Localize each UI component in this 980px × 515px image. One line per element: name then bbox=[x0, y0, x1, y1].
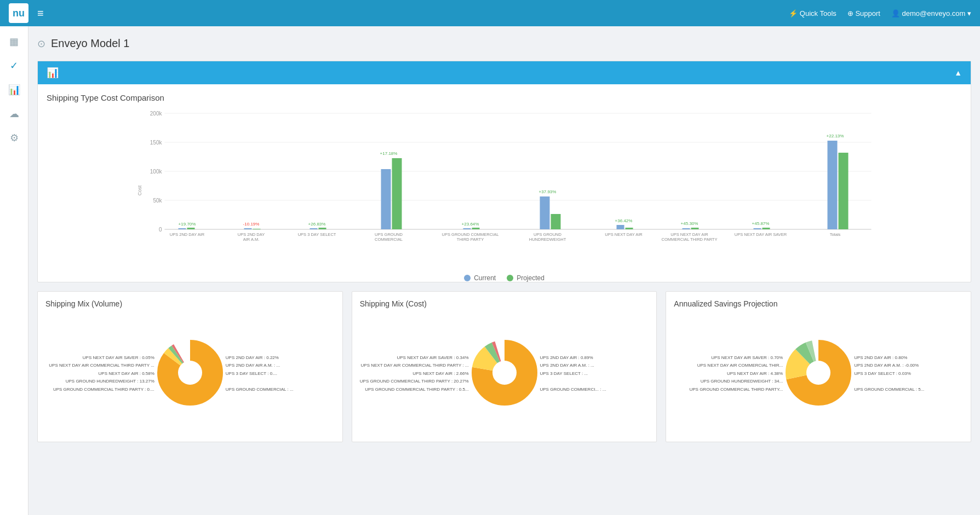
pie-label: UPS 2ND DAY AIR : 0.80% bbox=[854, 354, 963, 362]
svg-text:Totals: Totals bbox=[830, 232, 841, 237]
pie-label: UPS NEXT DAY AIR COMMERCIAL THIRD PARTY … bbox=[360, 362, 469, 369]
pie-label: UPS 2ND DAY AIR : 0.22% bbox=[226, 354, 335, 362]
annualized-savings-panel: Annualized Savings Projection UPS NEXT D… bbox=[666, 291, 971, 442]
top-nav: nu ≡ ⚡ Quick Tools ⊕ Support 👤 demo@enve… bbox=[0, 0, 980, 26]
svg-rect-13 bbox=[187, 228, 195, 229]
svg-text:UPS 2ND DAY: UPS 2ND DAY bbox=[238, 232, 265, 237]
svg-rect-36 bbox=[551, 214, 561, 229]
pie-label: UPS GROUND COMMERCI... : ... bbox=[540, 386, 649, 394]
svg-rect-30 bbox=[463, 228, 471, 229]
page-header: ⊙ Enveyo Model 1 bbox=[37, 33, 971, 54]
pie-label: UPS NEXT DAY AIR : 2.66% bbox=[360, 370, 469, 378]
legend-current-dot bbox=[464, 275, 471, 281]
page-header-icon: ⊙ bbox=[37, 38, 45, 50]
pie-savings-labels-right: UPS 2ND DAY AIR : 0.80% UPS 2ND DAY AIR … bbox=[854, 354, 963, 394]
svg-text:UPS GROUND: UPS GROUND bbox=[534, 232, 561, 237]
svg-rect-35 bbox=[540, 196, 550, 229]
svg-rect-53 bbox=[828, 141, 838, 229]
svg-text:UPS NEXT DAY AIR: UPS NEXT DAY AIR bbox=[605, 232, 643, 237]
quick-tools-link[interactable]: ⚡ Quick Tools bbox=[789, 9, 836, 18]
shipping-mix-cost-title: Shipping Mix (Cost) bbox=[360, 299, 649, 308]
support-link[interactable]: ⊕ Support bbox=[847, 9, 880, 18]
pie-label bbox=[540, 378, 649, 385]
svg-text:+37.93%: +37.93% bbox=[539, 189, 557, 194]
pie-label: UPS GROUND HUNDREDWEIGHT : 34... bbox=[674, 378, 783, 385]
svg-text:AIR A.M.: AIR A.M. bbox=[243, 237, 260, 242]
pie-label: UPS GROUND COMMERCIAL THIRD PARTY : 0.5.… bbox=[360, 386, 469, 394]
bar-chart-container: Cost 200k 150k 100k 50k 0 bbox=[47, 109, 962, 273]
svg-text:THIRD PARTY: THIRD PARTY bbox=[457, 237, 484, 242]
svg-point-71 bbox=[806, 361, 830, 385]
svg-text:-10.19%: -10.19% bbox=[243, 222, 260, 227]
svg-text:UPS 3 DAY SELECT: UPS 3 DAY SELECT bbox=[298, 232, 336, 237]
pie-cost-labels-right: UPS 2ND DAY AIR : 0.89% UPS 2ND DAY AIR … bbox=[540, 354, 649, 394]
collapse-button[interactable]: ▲ bbox=[954, 68, 962, 77]
svg-rect-44 bbox=[683, 228, 690, 229]
hamburger-menu[interactable]: ≡ bbox=[37, 7, 44, 20]
legend-projected-label: Projected bbox=[517, 274, 545, 282]
svg-text:200k: 200k bbox=[150, 111, 163, 117]
sidebar-item-dashboard[interactable]: ▦ bbox=[3, 31, 25, 53]
card-body: Shipping Type Cost Comparison Cost 200k … bbox=[38, 84, 971, 282]
sidebar-item-cloud[interactable]: ☁ bbox=[3, 103, 25, 125]
svg-text:+22.13%: +22.13% bbox=[827, 134, 844, 138]
svg-point-66 bbox=[492, 361, 517, 385]
legend-projected: Projected bbox=[507, 274, 545, 282]
shipping-mix-volume-chart: UPS NEXT DAY AIR SAVER : 0.05% UPS NEXT … bbox=[45, 314, 335, 434]
page-title: Enveyo Model 1 bbox=[51, 37, 129, 50]
pie-label: UPS 2ND DAY AIR A.M. : ... bbox=[540, 362, 649, 369]
svg-text:0: 0 bbox=[159, 227, 162, 233]
svg-text:+23.64%: +23.64% bbox=[462, 222, 479, 227]
sidebar-item-settings[interactable]: ⚙ bbox=[3, 127, 25, 149]
svg-text:+36.42%: +36.42% bbox=[615, 218, 633, 223]
content-area: ⊙ Enveyo Model 1 📊 ▲ Shipping Type Cost … bbox=[28, 26, 980, 515]
svg-rect-41 bbox=[626, 228, 633, 229]
svg-rect-40 bbox=[617, 225, 624, 229]
pie-label: UPS NEXT DAY AIR SAVER : 0.05% bbox=[45, 354, 154, 362]
legend-current-label: Current bbox=[474, 274, 496, 282]
pie-label bbox=[854, 378, 963, 385]
shipping-mix-cost-panel: Shipping Mix (Cost) UPS NEXT DAY AIR SAV… bbox=[352, 291, 657, 442]
pie-cost-labels-left: UPS NEXT DAY AIR SAVER : 0.34% UPS NEXT … bbox=[360, 354, 469, 394]
shipping-mix-volume-title: Shipping Mix (Volume) bbox=[45, 299, 335, 308]
svg-text:UPS 2ND DAY AIR: UPS 2ND DAY AIR bbox=[170, 232, 205, 237]
top-nav-right: ⚡ Quick Tools ⊕ Support 👤 demo@enveyo.co… bbox=[789, 9, 971, 18]
pie-label: UPS GROUND COMMERCIAL THIRD PARTY... bbox=[674, 386, 783, 394]
pie-label: UPS GROUND COMMERCIAL : ... bbox=[226, 386, 335, 394]
svg-point-61 bbox=[178, 361, 202, 385]
bottom-panels: Shipping Mix (Volume) UPS NEXT DAY AIR S… bbox=[37, 291, 971, 442]
svg-text:HUNDREDWEIGHT: HUNDREDWEIGHT bbox=[529, 237, 566, 242]
svg-rect-45 bbox=[691, 228, 699, 229]
pie-label: UPS GROUND HUNDREDWEIGHT : 13.27% bbox=[45, 378, 154, 385]
main-layout: ▦ ✓ 📊 ☁ ⚙ ⊙ Enveyo Model 1 📊 ▲ Shipping … bbox=[0, 26, 980, 515]
svg-text:150k: 150k bbox=[150, 140, 163, 146]
pie-label: UPS NEXT DAY AIR COMMERCIAL THIR... bbox=[674, 362, 783, 369]
app-logo: nu bbox=[9, 3, 28, 23]
pie-label: UPS NEXT DAY AIR SAVER : 0.70% bbox=[674, 354, 783, 362]
svg-rect-25 bbox=[381, 169, 391, 229]
svg-text:UPS NEXT DAY AIR: UPS NEXT DAY AIR bbox=[670, 232, 708, 237]
chart-section-title: Shipping Type Cost Comparison bbox=[47, 93, 962, 102]
svg-text:100k: 100k bbox=[150, 169, 163, 175]
shipping-mix-volume-panel: Shipping Mix (Volume) UPS NEXT DAY AIR S… bbox=[37, 291, 343, 442]
svg-text:COMMERCIAL: COMMERCIAL bbox=[375, 237, 403, 242]
sidebar-item-chart[interactable]: 📊 bbox=[3, 79, 25, 101]
svg-text:UPS NEXT DAY AIR SAVER: UPS NEXT DAY AIR SAVER bbox=[735, 232, 787, 237]
svg-text:50k: 50k bbox=[153, 198, 162, 204]
pie-volume-svg bbox=[160, 343, 220, 405]
pie-label: UPS GROUND COMMERCIAL THIRD PARTY : 0...… bbox=[45, 386, 154, 394]
pie-label bbox=[226, 378, 335, 385]
user-menu[interactable]: 👤 demo@enveyo.com ▾ bbox=[891, 9, 971, 18]
pie-savings-labels-left: UPS NEXT DAY AIR SAVER : 0.70% UPS NEXT … bbox=[674, 354, 783, 394]
pie-label: UPS GROUND COMMERCIAL THIRD PARTY : 20.2… bbox=[360, 378, 469, 385]
pie-volume-labels-left: UPS NEXT DAY AIR SAVER : 0.05% UPS NEXT … bbox=[45, 354, 154, 394]
svg-rect-50 bbox=[763, 228, 770, 229]
pie-label: UPS 3 DAY SELECT : 0.03% bbox=[854, 370, 963, 378]
chart-legend: Current Projected bbox=[47, 274, 962, 282]
sidebar-item-check[interactable]: ✓ bbox=[3, 55, 25, 77]
pie-label: UPS 2ND DAY AIR : 0.89% bbox=[540, 354, 649, 362]
card-header: 📊 ▲ bbox=[38, 61, 971, 84]
pie-label: UPS GROUND COMMERCIAL : 5... bbox=[854, 386, 963, 394]
pie-label: UPS NEXT DAY AIR : 4.38% bbox=[674, 370, 783, 378]
pie-volume-labels-right: UPS 2ND DAY AIR : 0.22% UPS 2ND DAY AIR … bbox=[226, 354, 335, 394]
